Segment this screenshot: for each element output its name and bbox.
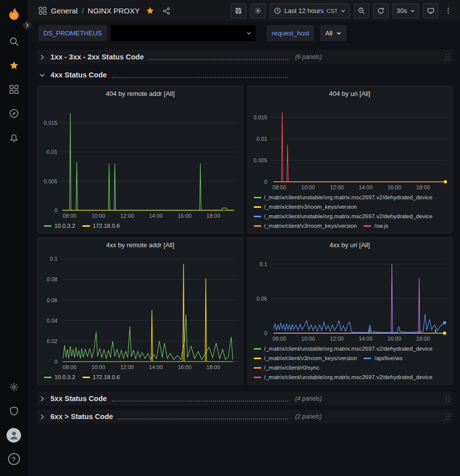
chevron-right-icon	[25, 23, 29, 27]
panel-404-by-uri: 404 by uri [All] 00.0050.010.01508:0010:…	[247, 86, 453, 233]
legend-item[interactable]: /_matrix/client/unstable/org.matrix.msc2…	[254, 193, 433, 201]
refresh-button[interactable]	[373, 3, 389, 18]
row-header-1xx-3xx-2xx[interactable]: 1xx - 3xx - 2xx Status Code (6 panels)	[37, 50, 453, 64]
legend-item[interactable]: 10.0.3.2	[44, 222, 75, 230]
chart-canvas[interactable]: 00.0050.010.01508:0010:0012:0014:0016:00…	[38, 98, 243, 220]
row-drag-handle[interactable]	[445, 53, 451, 61]
panel-title[interactable]: 4xx by uri [All]	[248, 238, 453, 250]
star-dashboard-button[interactable]	[144, 5, 156, 16]
save-dashboard-button[interactable]	[231, 3, 246, 18]
row-header-6xx[interactable]: 6xx > Status Code (2 panels)	[37, 410, 453, 424]
svg-text:08:00: 08:00	[272, 184, 286, 190]
datasource-variable-label[interactable]: DS_PROMETHEUS	[38, 25, 107, 41]
kebab-icon	[445, 7, 452, 14]
sidebar-item-profile[interactable]	[5, 426, 23, 444]
chart-canvas[interactable]: 00.0050.010.01508:0010:0012:0014:0016:00…	[248, 98, 453, 192]
panel-title[interactable]: 4xx by remote addr [All]	[38, 238, 243, 250]
sidebar-item-settings[interactable]	[5, 378, 23, 396]
dashboard-content: 1xx - 3xx - 2xx Status Code (6 panels) 4…	[27, 44, 460, 476]
clock-icon	[274, 7, 281, 14]
svg-text:14:00: 14:00	[359, 336, 373, 342]
panel-4xx-by-remote-addr: 4xx by remote addr [All] 00.020.040.060.…	[37, 237, 243, 385]
sidebar-expand-button[interactable]	[23, 21, 31, 29]
more-options-button[interactable]	[443, 6, 454, 15]
grafana-flame-icon	[6, 6, 21, 21]
sidebar-item-alerting[interactable]	[5, 128, 23, 146]
legend-item[interactable]: 172.18.0.6	[82, 373, 120, 381]
legend-item[interactable]: /_matrix/client/v3/room_keys/version	[254, 222, 357, 230]
variables-bar: DS_PROMETHEUS request_host All	[27, 22, 460, 44]
row-panel-count: (2 panels)	[295, 413, 322, 420]
legend-item[interactable]: /api/live/ws	[364, 354, 402, 362]
sidebar-item-server-admin[interactable]	[5, 402, 23, 420]
legend-item[interactable]: /_matrix/client/r0/sync	[254, 364, 320, 372]
legend-swatch	[364, 225, 371, 227]
time-range-picker[interactable]: Last 12 hours CST	[270, 3, 350, 18]
svg-text:12:00: 12:00	[330, 336, 344, 342]
dashboard-settings-button[interactable]	[250, 3, 266, 18]
dashboards-grid-icon	[9, 84, 19, 94]
svg-text:14:00: 14:00	[149, 364, 163, 370]
legend-item[interactable]: 10.0.3.2	[44, 373, 75, 381]
panel-legend: /_matrix/client/unstable/org.matrix.msc2…	[248, 192, 453, 233]
datasource-variable-select[interactable]	[111, 25, 256, 41]
dotted-leader	[112, 77, 288, 78]
chevron-right-icon	[39, 414, 50, 420]
svg-text:08:00: 08:00	[272, 336, 286, 342]
legend-item[interactable]: /_matrix/client/v3/room_keys/version	[254, 354, 357, 362]
host-variable-select[interactable]: All	[320, 25, 346, 41]
row-header-4xx[interactable]: 4xx Status Code	[37, 68, 453, 82]
legend-item[interactable]: /_matrix/client/unstable/org.matrix.msc2…	[254, 345, 433, 353]
panel-legend: 10.0.3.2172.18.0.6	[38, 220, 243, 233]
legend-item[interactable]: /_matrix/client/unstable/org.matrix.msc2…	[254, 212, 433, 220]
sidebar-item-search[interactable]	[5, 32, 23, 50]
row-title: 1xx - 3xx - 2xx Status Code	[50, 50, 144, 63]
legend-swatch	[254, 206, 261, 208]
svg-text:16:00: 16:00	[178, 364, 192, 370]
sidebar-item-dashboards[interactable]	[5, 80, 23, 98]
dotted-leader	[149, 59, 288, 60]
svg-text:0.06: 0.06	[47, 297, 57, 303]
share-icon	[162, 7, 170, 15]
sidebar-item-explore[interactable]	[5, 104, 23, 122]
caret-down-icon	[336, 30, 342, 36]
row-header-5xx[interactable]: 5xx Status Code (4 panels)	[37, 392, 453, 406]
row-drag-handle[interactable]	[445, 395, 451, 403]
svg-text:16:00: 16:00	[387, 184, 401, 190]
svg-text:0.1: 0.1	[50, 256, 57, 262]
svg-text:08:00: 08:00	[63, 364, 77, 370]
share-dashboard-button[interactable]	[160, 6, 172, 16]
zoom-out-time-button[interactable]	[354, 3, 369, 18]
dashboard-title[interactable]: NGINX PROXY	[88, 6, 140, 15]
panel-4xx-by-uri: 4xx by uri [All] 00.050.108:0010:0012:00…	[247, 237, 453, 385]
svg-text:0.04: 0.04	[47, 318, 57, 324]
legend-item[interactable]: /_matrix/client/v3/room_keys/version	[254, 203, 357, 211]
svg-text:10:00: 10:00	[301, 184, 315, 190]
panel-404-by-remote-addr: 404 by remote addr [All] 00.0050.010.015…	[37, 86, 243, 233]
sidebar-item-starred[interactable]	[5, 56, 23, 74]
topbar: General / NGINX PROXY	[27, 0, 460, 22]
host-variable-value: All	[325, 29, 332, 37]
legend-item[interactable]: /_matrix/client/unstable/org.matrix.msc2…	[254, 373, 433, 381]
legend-item[interactable]: 172.18.0.6	[82, 222, 120, 230]
dashboard-grid-icon	[38, 6, 47, 15]
chevron-down-icon	[39, 72, 50, 78]
svg-text:08:00: 08:00	[63, 213, 77, 219]
row-title-group: 1xx - 3xx - 2xx Status Code	[50, 50, 291, 63]
sidebar-item-help[interactable]: ?	[5, 450, 23, 468]
panel-title[interactable]: 404 by remote addr [All]	[38, 86, 243, 98]
refresh-interval-picker[interactable]: 30s	[393, 3, 419, 18]
tv-mode-button[interactable]	[423, 3, 439, 18]
sidebar: ?	[0, 0, 27, 476]
chart-canvas[interactable]: 00.050.108:0010:0012:0014:0016:0018:00	[248, 250, 453, 343]
row-drag-handle[interactable]	[445, 413, 451, 421]
host-variable-label[interactable]: request_host	[267, 25, 314, 41]
breadcrumb-section[interactable]: General	[51, 6, 77, 15]
chart-canvas[interactable]: 00.020.040.060.080.108:0010:0012:0014:00…	[38, 250, 243, 372]
legend-item[interactable]: /sw.js	[364, 222, 388, 230]
caret-down-icon	[410, 8, 415, 13]
caret-down-icon	[246, 30, 252, 36]
panel-title[interactable]: 404 by uri [All]	[248, 86, 453, 98]
grafana-logo[interactable]	[6, 6, 21, 22]
caret-down-icon	[341, 8, 346, 13]
